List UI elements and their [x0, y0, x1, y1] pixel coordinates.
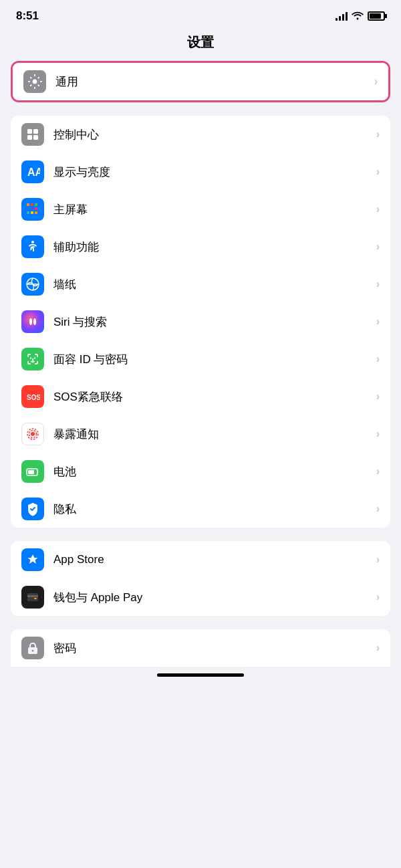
svg-rect-30 [34, 598, 37, 599]
wifi-icon [352, 11, 364, 22]
settings-item-exposure[interactable]: 暴露通知 › [11, 415, 390, 453]
sos-label: SOS紧急联络 [53, 389, 376, 405]
svg-rect-7 [35, 203, 37, 206]
exposure-chevron: › [376, 428, 380, 440]
faceid-label: 面容 ID 与密码 [53, 352, 376, 367]
accessibility-chevron: › [376, 241, 380, 253]
appstore-chevron: › [376, 554, 380, 566]
wallet-icon [21, 586, 44, 609]
display-icon: AA [21, 160, 44, 183]
exposure-label: 暴露通知 [53, 427, 376, 442]
sos-chevron: › [376, 391, 380, 403]
display-label: 显示与亮度 [53, 165, 376, 180]
settings-item-homescreen[interactable]: 主屏幕 › [11, 191, 390, 228]
svg-rect-29 [27, 595, 38, 597]
section-general: 通用 › [11, 61, 390, 102]
display-chevron: › [376, 166, 380, 178]
svg-rect-1 [33, 129, 38, 134]
wallet-label: 钱包与 Apple Pay [53, 590, 376, 605]
faceid-chevron: › [376, 353, 380, 365]
general-icon [23, 70, 46, 93]
control-center-icon [21, 123, 44, 146]
svg-rect-11 [27, 211, 29, 214]
privacy-label: 隐私 [53, 502, 376, 517]
passwords-icon [21, 637, 44, 659]
settings-item-faceid[interactable]: 面容 ID 与密码 › [11, 340, 390, 378]
accessibility-label: 辅助功能 [53, 239, 376, 255]
svg-rect-27 [28, 470, 34, 474]
settings-item-display[interactable]: AA 显示与亮度 › [11, 153, 390, 191]
settings-item-accessibility[interactable]: 辅助功能 › [11, 228, 390, 265]
svg-rect-5 [27, 203, 29, 206]
settings-item-general[interactable]: 通用 › [13, 63, 388, 100]
svg-point-18 [33, 318, 36, 325]
svg-rect-0 [27, 129, 32, 134]
settings-item-privacy[interactable]: 隐私 › [11, 490, 390, 528]
svg-point-32 [32, 650, 34, 652]
battery-icon [368, 11, 385, 21]
homescreen-icon [21, 198, 44, 221]
signal-icon [336, 11, 348, 21]
settings-item-siri[interactable]: Siri 与搜索 › [11, 303, 390, 340]
battery-chevron: › [376, 465, 380, 477]
settings-item-wallet[interactable]: 钱包与 Apple Pay › [11, 578, 390, 616]
passwords-label: 密码 [53, 641, 376, 656]
battery-settings-icon [21, 460, 44, 483]
sos-icon: SOS [21, 385, 44, 408]
exposure-icon [21, 423, 44, 445]
svg-rect-3 [33, 135, 38, 140]
svg-text:AA: AA [27, 167, 40, 178]
svg-point-14 [31, 241, 34, 243]
svg-rect-12 [31, 211, 33, 214]
section-appstore-wallet: App Store › 钱包与 Apple Pay › [11, 541, 390, 616]
settings-item-battery[interactable]: 电池 › [11, 453, 390, 490]
status-bar: 8:51 [0, 0, 401, 28]
faceid-icon [21, 348, 44, 370]
siri-icon [21, 310, 44, 333]
wallet-chevron: › [376, 591, 380, 603]
siri-chevron: › [376, 316, 380, 328]
wallpaper-chevron: › [376, 278, 380, 290]
siri-label: Siri 与搜索 [53, 314, 376, 330]
page-title: 设置 [0, 28, 401, 61]
settings-item-passwords[interactable]: 密码 › [11, 629, 390, 667]
status-icons [336, 11, 385, 22]
homescreen-label: 主屏幕 [53, 202, 376, 217]
privacy-chevron: › [376, 503, 380, 515]
settings-item-control-center[interactable]: 控制中心 › [11, 116, 390, 153]
wallpaper-label: 墙纸 [53, 277, 376, 292]
homescreen-chevron: › [376, 203, 380, 215]
svg-rect-13 [35, 211, 37, 214]
svg-text:SOS: SOS [27, 394, 40, 401]
wallpaper-icon [21, 273, 44, 296]
svg-rect-9 [31, 207, 33, 210]
control-center-label: 控制中心 [53, 127, 376, 142]
settings-item-appstore[interactable]: App Store › [11, 541, 390, 578]
appstore-icon [21, 548, 44, 571]
svg-point-17 [29, 318, 32, 325]
svg-rect-2 [27, 135, 32, 140]
home-indicator [0, 667, 401, 681]
appstore-label: App Store [53, 553, 376, 566]
settings-item-wallpaper[interactable]: 墙纸 › [11, 265, 390, 303]
svg-rect-10 [35, 207, 37, 210]
svg-point-23 [31, 432, 35, 436]
section-main: 控制中心 › AA 显示与亮度 › 主屏幕 › [11, 116, 390, 528]
svg-rect-8 [27, 207, 29, 210]
battery-label: 电池 [53, 464, 376, 479]
privacy-icon [21, 498, 44, 520]
accessibility-icon [21, 235, 44, 258]
section-passwords-partial: 密码 › [11, 629, 390, 667]
general-label: 通用 [55, 74, 374, 90]
settings-item-sos[interactable]: SOS SOS紧急联络 › [11, 378, 390, 415]
home-bar [157, 673, 244, 677]
passwords-chevron: › [376, 642, 380, 654]
status-time: 8:51 [16, 9, 39, 23]
control-center-chevron: › [376, 128, 380, 140]
svg-rect-6 [31, 203, 33, 206]
general-chevron: › [374, 76, 378, 88]
